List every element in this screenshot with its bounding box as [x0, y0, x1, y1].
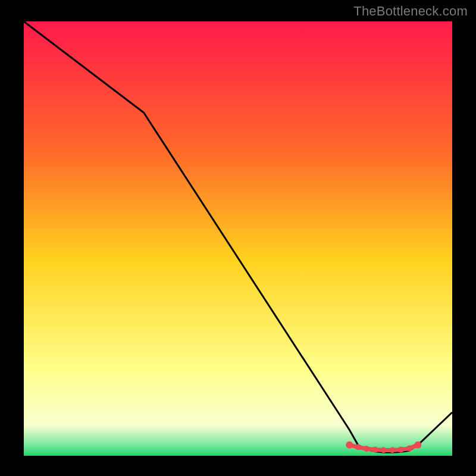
optimal-marker [398, 447, 404, 453]
chart-plot-area [24, 21, 452, 456]
optimal-marker [389, 447, 395, 453]
chart-svg [24, 21, 452, 456]
optimal-marker [346, 441, 353, 449]
optimal-marker [372, 447, 378, 453]
optimal-marker [355, 444, 361, 450]
optimal-marker [406, 446, 412, 452]
optimal-marker [414, 441, 421, 449]
optimal-marker [381, 447, 387, 453]
attribution-label: TheBottleneck.com [353, 4, 468, 19]
optimal-marker [364, 446, 369, 452]
gradient-background [24, 21, 452, 456]
chart-frame: TheBottleneck.com [0, 0, 476, 476]
